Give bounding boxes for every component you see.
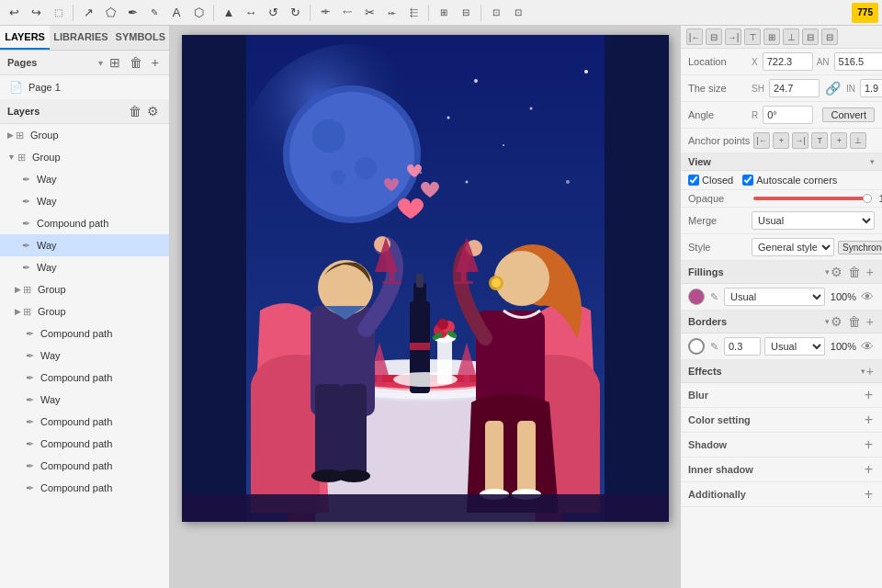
tab-symbols[interactable]: SYMBOLS bbox=[112, 26, 169, 50]
fillings-add-icon[interactable]: + bbox=[865, 264, 875, 280]
convert-btn[interactable]: Convert bbox=[822, 107, 875, 122]
layer-item[interactable]: ▶ ⊞ Group bbox=[0, 278, 169, 300]
layer-item[interactable]: ✒ Compound path bbox=[0, 477, 169, 499]
fillings-type-select[interactable]: Usual Linear Radial bbox=[724, 288, 825, 306]
toolbar-pencil[interactable]: ✎ bbox=[144, 3, 164, 23]
toolbar-triangle[interactable]: ▲ bbox=[219, 3, 239, 23]
borders-delete-icon[interactable]: 🗑 bbox=[847, 313, 862, 330]
tab-layers[interactable]: LAYERS bbox=[0, 26, 50, 50]
layer-item[interactable]: ✒ Compound path bbox=[0, 433, 169, 455]
align-bottom-icon[interactable]: ⊥ bbox=[783, 28, 799, 45]
align-center-v-icon[interactable]: ⊞ bbox=[763, 28, 780, 45]
closed-checkbox[interactable] bbox=[688, 175, 699, 186]
borders-visible-icon[interactable]: 👁 bbox=[860, 338, 875, 355]
location-x-input[interactable] bbox=[763, 52, 813, 71]
toolbar-cut[interactable]: ✂ bbox=[359, 3, 379, 23]
fillings-edit-icon[interactable]: ✎ bbox=[710, 291, 718, 303]
pages-delete-icon[interactable]: 🗑 bbox=[127, 54, 145, 71]
toolbar-arrange2[interactable]: ⬳ bbox=[337, 3, 357, 23]
pages-grid-icon[interactable]: ⊞ bbox=[107, 54, 123, 71]
inner-shadow-add-icon[interactable]: + bbox=[863, 461, 875, 478]
pages-dropdown-icon[interactable]: ▾ bbox=[98, 58, 103, 68]
canvas-area[interactable] bbox=[170, 26, 680, 588]
layer-item[interactable]: ▶ ⊞ Group bbox=[0, 300, 169, 322]
toolbar-text[interactable]: A bbox=[166, 3, 187, 23]
borders-edit-icon[interactable]: ✎ bbox=[710, 341, 718, 353]
layer-item[interactable]: ✒ Way bbox=[0, 190, 169, 212]
toolbar-share[interactable]: ⊡ bbox=[508, 3, 528, 23]
page-item[interactable]: 📄 Page 1 bbox=[0, 75, 169, 99]
tab-libraries[interactable]: LIBRARIES bbox=[50, 26, 111, 50]
anchor-icon3[interactable]: →| bbox=[792, 132, 808, 149]
toolbar-export[interactable]: ⊡ bbox=[486, 3, 506, 23]
anchor-icon2[interactable]: + bbox=[773, 132, 789, 149]
toolbar-btn3[interactable]: ⬚ bbox=[48, 3, 68, 23]
toolbar-pen[interactable]: ✒ bbox=[122, 3, 142, 23]
style-select[interactable]: General style is m... bbox=[752, 238, 834, 256]
toolbar-grid1[interactable]: ⬰ bbox=[381, 3, 401, 23]
borders-add-icon[interactable]: + bbox=[865, 313, 875, 330]
distribute-v-icon[interactable]: ⊟ bbox=[821, 28, 838, 45]
layer-item[interactable]: ▼ ⊞ Group bbox=[0, 146, 169, 168]
toolbar-select[interactable]: ↗ bbox=[78, 3, 98, 23]
additionally-add-icon[interactable]: + bbox=[863, 486, 875, 503]
toolbar-version[interactable]: 775 bbox=[852, 3, 878, 23]
blur-add-icon[interactable]: + bbox=[863, 387, 875, 403]
layer-item[interactable]: ✒ Way bbox=[0, 168, 169, 190]
borders-settings-icon[interactable]: ⚙ bbox=[830, 313, 843, 330]
layer-item[interactable]: ✒ Way bbox=[0, 389, 169, 411]
align-center-h-icon[interactable]: ⊟ bbox=[706, 28, 722, 45]
align-right-icon[interactable]: →| bbox=[725, 28, 741, 45]
fillings-delete-icon[interactable]: 🗑 bbox=[847, 264, 862, 280]
layer-item[interactable]: ✒ Compound path bbox=[0, 212, 169, 234]
shadow-add-icon[interactable]: + bbox=[863, 436, 875, 453]
synchrono-btn[interactable]: Synchrono bbox=[838, 241, 882, 254]
pages-add-icon[interactable]: + bbox=[149, 54, 162, 71]
toolbar-back[interactable]: ↩ bbox=[4, 3, 24, 23]
toolbar-grid2[interactable]: ⬱ bbox=[403, 3, 424, 23]
effects-section[interactable]: Effects ▾ + bbox=[681, 360, 882, 383]
layer-item[interactable]: ✒ Way bbox=[0, 256, 169, 278]
layer-item[interactable]: ✒ Compound path bbox=[0, 411, 169, 433]
toolbar-shape[interactable]: ⬠ bbox=[100, 3, 120, 23]
toolbar-image[interactable]: ⬡ bbox=[188, 3, 209, 23]
borders-section[interactable]: Borders ▾ ⚙ 🗑 + bbox=[681, 311, 882, 334]
view-section[interactable]: View ▾ bbox=[681, 153, 882, 171]
layer-item[interactable]: ✒ Compound path bbox=[0, 322, 169, 345]
toolbar-more2[interactable]: ⊟ bbox=[456, 3, 476, 23]
toolbar-more1[interactable]: ⊞ bbox=[434, 3, 454, 23]
fillings-color-swatch[interactable] bbox=[688, 288, 705, 305]
layer-item[interactable]: ✒ Compound path bbox=[0, 455, 169, 477]
fillings-visible-icon[interactable]: 👁 bbox=[860, 288, 875, 305]
toolbar-redo[interactable]: ↻ bbox=[285, 3, 305, 23]
effects-add-icon[interactable]: + bbox=[865, 363, 875, 379]
anchor-icon5[interactable]: + bbox=[831, 132, 847, 149]
anchor-icon6[interactable]: ⊥ bbox=[850, 132, 866, 149]
angle-input[interactable] bbox=[763, 106, 813, 124]
color-setting-add-icon[interactable]: + bbox=[863, 412, 875, 428]
toolbar-flip[interactable]: ↔ bbox=[241, 3, 261, 23]
lock-ratio-icon[interactable]: 🔗 bbox=[825, 81, 841, 96]
align-left-icon[interactable]: |← bbox=[686, 28, 703, 45]
toolbar-undo[interactable]: ↺ bbox=[263, 3, 283, 23]
borders-color-swatch[interactable] bbox=[688, 338, 705, 355]
fillings-section[interactable]: Fillings ▾ ⚙ 🗑 + bbox=[681, 261, 882, 284]
layer-item-selected[interactable]: ✒ Way bbox=[0, 234, 169, 256]
anchor-icon1[interactable]: |← bbox=[753, 132, 770, 149]
size-sh-input[interactable] bbox=[769, 79, 820, 97]
layer-item[interactable]: ▶ ⊞ Group bbox=[0, 124, 169, 146]
toolbar-arrange1[interactable]: ⬲ bbox=[315, 3, 335, 23]
merge-select[interactable]: Usual Multiply Screen bbox=[752, 211, 875, 230]
layers-delete-icon[interactable]: 🗑 bbox=[126, 103, 144, 119]
layers-settings-icon[interactable]: ⚙ bbox=[144, 103, 162, 119]
autoscale-checkbox[interactable] bbox=[742, 175, 753, 186]
borders-type-select[interactable]: Usual Dashed Dotted bbox=[764, 337, 825, 356]
anchor-icon4[interactable]: T bbox=[811, 132, 828, 149]
fillings-settings-icon[interactable]: ⚙ bbox=[830, 264, 843, 280]
size-in-input[interactable] bbox=[860, 79, 882, 97]
autoscale-label[interactable]: Autoscale corners bbox=[742, 175, 837, 186]
borders-width-input[interactable] bbox=[724, 337, 761, 356]
location-an-input[interactable] bbox=[834, 52, 882, 71]
opaque-slider[interactable] bbox=[753, 197, 872, 200]
layer-item[interactable]: ✒ Way bbox=[0, 345, 169, 367]
